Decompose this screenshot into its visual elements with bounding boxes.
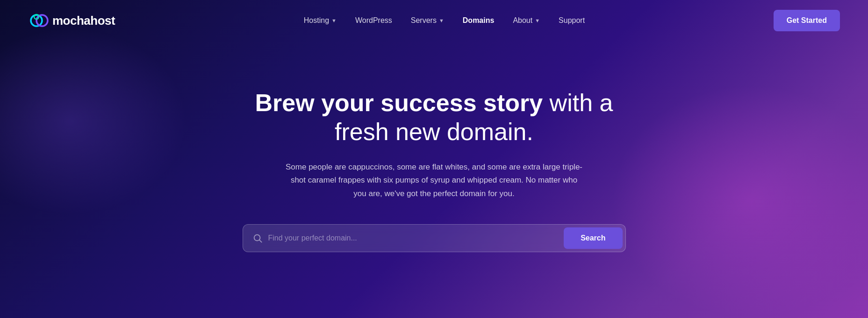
svg-line-4 bbox=[259, 240, 262, 242]
nav-item-domains[interactable]: Domains bbox=[463, 16, 495, 25]
nav-item-support[interactable]: Support bbox=[559, 16, 585, 25]
chevron-down-icon: ▼ bbox=[535, 18, 540, 23]
logo-text: mochahost bbox=[52, 14, 115, 28]
nav-item-about[interactable]: About ▼ bbox=[513, 16, 540, 25]
logo[interactable]: mochahost bbox=[28, 9, 115, 32]
chevron-down-icon: ▼ bbox=[331, 18, 337, 23]
get-started-button[interactable]: Get Started bbox=[774, 10, 840, 31]
chevron-down-icon: ▼ bbox=[439, 18, 444, 23]
nav-item-hosting[interactable]: Hosting ▼ bbox=[304, 16, 337, 25]
svg-point-3 bbox=[254, 235, 260, 241]
search-icon bbox=[252, 233, 263, 243]
search-button[interactable]: Search bbox=[564, 227, 622, 249]
logo-icon bbox=[28, 9, 50, 32]
search-bar: Search bbox=[243, 224, 626, 252]
search-input[interactable] bbox=[268, 229, 564, 247]
page-wrapper: mochahost Hosting ▼ WordPress Servers ▼ bbox=[0, 0, 868, 318]
nav-item-wordpress[interactable]: WordPress bbox=[355, 16, 392, 25]
nav-link-servers[interactable]: Servers ▼ bbox=[411, 16, 444, 25]
hero-title: Brew your success story with a fresh new… bbox=[247, 88, 621, 147]
hero-section: Brew your success story with a fresh new… bbox=[0, 41, 868, 318]
nav-link-domains[interactable]: Domains bbox=[463, 16, 495, 25]
nav-link-hosting[interactable]: Hosting ▼ bbox=[304, 16, 337, 25]
nav-link-support[interactable]: Support bbox=[559, 16, 585, 25]
nav-item-servers[interactable]: Servers ▼ bbox=[411, 16, 444, 25]
nav-link-wordpress[interactable]: WordPress bbox=[355, 16, 392, 25]
nav-links: Hosting ▼ WordPress Servers ▼ Domains bbox=[304, 16, 585, 25]
hero-subtitle: Some people are cappuccinos, some are fl… bbox=[285, 161, 584, 201]
nav-link-about[interactable]: About ▼ bbox=[513, 16, 540, 25]
navbar: mochahost Hosting ▼ WordPress Servers ▼ bbox=[0, 0, 868, 41]
search-icon-svg bbox=[252, 233, 263, 243]
